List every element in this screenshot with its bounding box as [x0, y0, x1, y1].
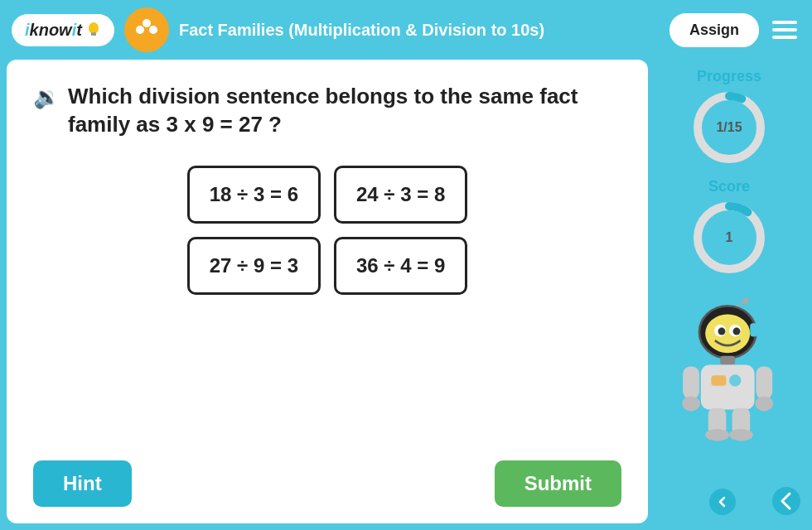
score-label: Score: [708, 178, 750, 195]
svg-rect-22: [711, 375, 726, 386]
svg-point-6: [143, 19, 151, 27]
svg-point-4: [136, 26, 144, 34]
lesson-icon: [124, 7, 169, 52]
question-section: 🔉 Which division sentence belongs to the…: [33, 83, 621, 139]
score-section: Score 1: [692, 178, 766, 275]
score-ring: 1: [692, 200, 766, 275]
lesson-title: Fact Families (Multiplication & Division…: [179, 21, 660, 40]
svg-point-12: [742, 298, 748, 304]
progress-section: Progress 1/15: [692, 68, 766, 165]
svg-rect-25: [756, 366, 772, 399]
bottom-buttons: Hint Submit: [33, 460, 621, 507]
answer-grid: 18 ÷ 3 = 6 24 ÷ 3 = 8 27 ÷ 9 = 3 36 ÷ 4 …: [187, 166, 468, 295]
speaker-icon[interactable]: 🔉: [33, 84, 60, 110]
hamburger-menu-button[interactable]: [769, 17, 800, 42]
svg-point-34: [772, 487, 800, 515]
svg-point-23: [729, 374, 741, 386]
logo-bulb-icon: [86, 22, 101, 38]
back-button[interactable]: [709, 489, 736, 515]
score-value: 1: [726, 230, 733, 245]
answer-option-4[interactable]: 36 ÷ 4 = 9: [334, 237, 467, 295]
back-nav-button[interactable]: [772, 487, 800, 518]
svg-rect-32: [750, 323, 757, 336]
svg-point-26: [682, 396, 700, 411]
svg-point-27: [756, 396, 774, 411]
svg-point-33: [715, 494, 730, 509]
back-circle-icon: [772, 487, 800, 515]
hamburger-line-1: [772, 21, 797, 24]
logo-text: iknowit: [25, 21, 82, 40]
back-arrow-icon: [715, 494, 730, 509]
hint-button[interactable]: Hint: [33, 460, 132, 507]
hamburger-line-2: [772, 28, 797, 31]
hamburger-line-3: [772, 36, 797, 39]
svg-point-17: [718, 328, 726, 335]
progress-label: Progress: [697, 68, 761, 85]
svg-point-14: [705, 314, 750, 353]
svg-rect-20: [720, 356, 735, 365]
svg-point-18: [733, 328, 741, 335]
progress-ring: 1/15: [692, 90, 766, 165]
logo: iknowit: [12, 14, 114, 46]
svg-rect-21: [701, 365, 755, 410]
svg-point-30: [705, 429, 729, 441]
svg-point-31: [729, 429, 753, 441]
svg-point-5: [149, 26, 157, 34]
svg-point-0: [89, 22, 99, 34]
answer-option-2[interactable]: 24 ÷ 3 = 8: [334, 166, 467, 224]
answer-option-3[interactable]: 27 ÷ 9 = 3: [187, 237, 321, 295]
submit-button[interactable]: Submit: [495, 460, 621, 507]
content-area: 🔉 Which division sentence belongs to the…: [7, 60, 648, 523]
progress-value: 1/15: [716, 120, 742, 135]
header: iknowit Fact Families (Multiplication & …: [0, 0, 812, 60]
robot-svg: [663, 295, 795, 444]
answer-option-1[interactable]: 18 ÷ 3 = 6: [187, 166, 321, 224]
dots-icon: [132, 15, 162, 45]
svg-rect-24: [683, 366, 699, 399]
robot-illustration: [663, 295, 795, 444]
question-text: Which division sentence belongs to the s…: [68, 83, 621, 139]
main-layout: 🔉 Which division sentence belongs to the…: [0, 60, 812, 530]
sidebar: Progress 1/15 Score 1: [655, 60, 812, 530]
assign-button[interactable]: Assign: [669, 13, 759, 47]
